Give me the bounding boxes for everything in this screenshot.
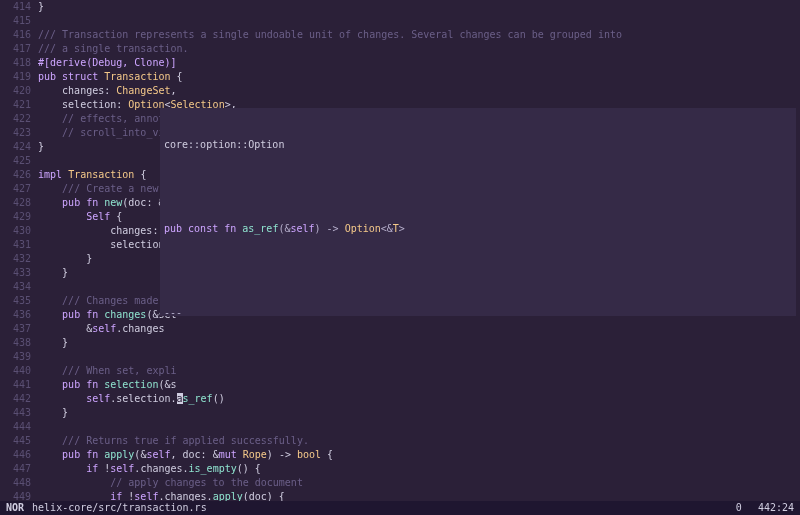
- mode-indicator: NOR: [6, 501, 24, 515]
- line-number: 419: [0, 70, 32, 84]
- code-line[interactable]: 414}: [0, 0, 800, 14]
- line-number: 446: [0, 448, 32, 462]
- code-line[interactable]: 438 }: [0, 336, 800, 350]
- line-number: 437: [0, 322, 32, 336]
- code-line[interactable]: 441 pub fn selection(&s: [0, 378, 800, 392]
- line-number: 442: [0, 392, 32, 406]
- line-number: 414: [0, 0, 32, 14]
- line-content[interactable]: /// Returns true if applied successfully…: [32, 434, 309, 448]
- line-content[interactable]: pub fn apply(&self, doc: &mut Rope) -> b…: [32, 448, 333, 462]
- line-content[interactable]: /// Changes made to: [32, 294, 176, 308]
- line-content[interactable]: }: [32, 406, 68, 420]
- line-number: 448: [0, 476, 32, 490]
- code-line[interactable]: 446 pub fn apply(&self, doc: &mut Rope) …: [0, 448, 800, 462]
- file-path: helix-core/src/transaction.rs: [32, 501, 736, 515]
- line-number: 439: [0, 350, 32, 364]
- line-content[interactable]: [32, 154, 38, 168]
- line-content[interactable]: impl Transaction {: [32, 168, 146, 182]
- code-line[interactable]: 437 &self.changes: [0, 322, 800, 336]
- line-content[interactable]: changes: Ch: [32, 224, 176, 238]
- line-content[interactable]: if !self.changes.is_empty() {: [32, 462, 261, 476]
- line-number: 424: [0, 140, 32, 154]
- line-number: 433: [0, 266, 32, 280]
- code-line[interactable]: 416/// Transaction represents a single u…: [0, 28, 800, 42]
- line-content[interactable]: }: [32, 140, 44, 154]
- line-number: 430: [0, 224, 32, 238]
- line-number: 421: [0, 98, 32, 112]
- line-number: 428: [0, 196, 32, 210]
- line-number: 418: [0, 56, 32, 70]
- line-number: 432: [0, 252, 32, 266]
- diagnostic-count: 0: [736, 501, 742, 515]
- line-number: 447: [0, 462, 32, 476]
- line-number: 417: [0, 42, 32, 56]
- code-line[interactable]: 445 /// Returns true if applied successf…: [0, 434, 800, 448]
- line-content[interactable]: /// a single transaction.: [32, 42, 189, 56]
- code-line[interactable]: 443 }: [0, 406, 800, 420]
- code-line[interactable]: 448 // apply changes to the document: [0, 476, 800, 490]
- line-number: 435: [0, 294, 32, 308]
- line-content[interactable]: // apply changes to the document: [32, 476, 303, 490]
- line-number: 436: [0, 308, 32, 322]
- line-content[interactable]: pub fn changes(&sel: [32, 308, 177, 322]
- line-number: 434: [0, 280, 32, 294]
- code-line[interactable]: 417/// a single transaction.: [0, 42, 800, 56]
- line-number: 426: [0, 168, 32, 182]
- line-number: 444: [0, 420, 32, 434]
- line-number: 420: [0, 84, 32, 98]
- line-number: 429: [0, 210, 32, 224]
- line-number: 440: [0, 364, 32, 378]
- line-content[interactable]: /// When set, expli: [32, 364, 176, 378]
- line-content[interactable]: [32, 350, 38, 364]
- cursor-position: 442:24: [758, 501, 794, 515]
- line-number: 423: [0, 126, 32, 140]
- doc-path: core::option::Option: [164, 138, 792, 152]
- line-content[interactable]: Self {: [32, 210, 122, 224]
- code-line[interactable]: 447 if !self.changes.is_empty() {: [0, 462, 800, 476]
- code-line[interactable]: 420 changes: ChangeSet,: [0, 84, 800, 98]
- doc-signature: pub const fn as_ref(&self) -> Option<&T>: [164, 222, 792, 236]
- line-content[interactable]: }: [32, 0, 44, 14]
- line-number: 427: [0, 182, 32, 196]
- line-number: 443: [0, 406, 32, 420]
- line-content[interactable]: changes: ChangeSet,: [32, 84, 177, 98]
- line-content[interactable]: pub struct Transaction {: [32, 70, 183, 84]
- line-number: 438: [0, 336, 32, 350]
- line-number: 422: [0, 112, 32, 126]
- code-line[interactable]: 418#[derive(Debug, Clone)]: [0, 56, 800, 70]
- doc-sep: ---: [164, 306, 792, 316]
- code-line[interactable]: 444: [0, 420, 800, 434]
- line-content[interactable]: [32, 280, 38, 294]
- line-content[interactable]: #[derive(Debug, Clone)]: [32, 56, 176, 70]
- line-content[interactable]: }: [32, 252, 92, 266]
- line-content[interactable]: [32, 420, 38, 434]
- line-content[interactable]: pub fn new(doc: &Ro: [32, 196, 177, 210]
- line-content[interactable]: /// Transaction represents a single undo…: [32, 28, 622, 42]
- line-number: 425: [0, 154, 32, 168]
- code-line[interactable]: 419pub struct Transaction {: [0, 70, 800, 84]
- code-line[interactable]: 440 /// When set, expli: [0, 364, 800, 378]
- code-line[interactable]: 442 self.selection.as_ref(): [0, 392, 800, 406]
- status-bar: NOR helix-core/src/transaction.rs 0 442:…: [0, 501, 800, 515]
- line-content[interactable]: if !self.changes.apply(doc) {: [32, 490, 285, 501]
- line-content[interactable]: [32, 14, 38, 28]
- line-content[interactable]: }: [32, 336, 68, 350]
- line-number: 445: [0, 434, 32, 448]
- line-content[interactable]: }: [32, 266, 68, 280]
- line-number: 449: [0, 490, 32, 501]
- code-line[interactable]: 439: [0, 350, 800, 364]
- line-number: 416: [0, 28, 32, 42]
- code-line[interactable]: 415: [0, 14, 800, 28]
- line-content[interactable]: self.selection.as_ref(): [32, 392, 225, 406]
- line-content[interactable]: // scroll_into_view: [32, 126, 176, 140]
- line-content[interactable]: pub fn selection(&s: [32, 378, 177, 392]
- line-content[interactable]: &self.changes: [32, 322, 164, 336]
- line-content[interactable]: /// Create a new, e: [32, 182, 176, 196]
- doc-popup: core::option::Option pub const fn as_ref…: [160, 108, 796, 316]
- code-line[interactable]: 449 if !self.changes.apply(doc) {: [0, 490, 800, 501]
- line-content[interactable]: selection:: [32, 238, 170, 252]
- line-number: 415: [0, 14, 32, 28]
- line-number: 431: [0, 238, 32, 252]
- line-number: 441: [0, 378, 32, 392]
